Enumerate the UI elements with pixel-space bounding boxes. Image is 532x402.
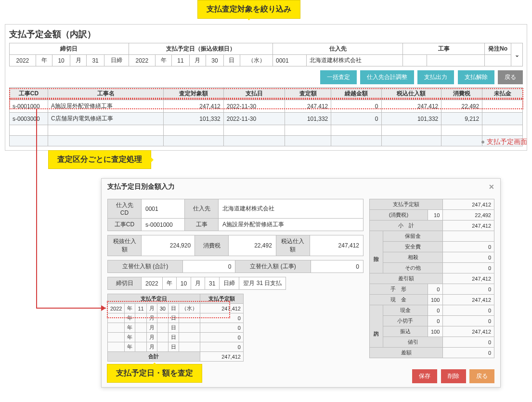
- diff-label: 差引額: [370, 273, 443, 284]
- offset-label: 相殺: [383, 252, 443, 263]
- row-target: 247,412: [164, 100, 224, 113]
- check-value: 0: [443, 316, 494, 326]
- construction-cd-input[interactable]: [403, 55, 427, 66]
- col-taxin: 税込仕入額: [381, 88, 441, 100]
- subtotal-label: 小 計: [370, 220, 443, 231]
- col-cd: 工事CD: [10, 88, 48, 100]
- col-amount: 査定額: [285, 88, 331, 100]
- discount-label: 値引: [383, 337, 443, 348]
- discount-value: 0: [443, 337, 494, 348]
- pay-day-input[interactable]: 30: [206, 55, 223, 66]
- payment-output-button[interactable]: 支払出力: [417, 70, 454, 84]
- amount-info-table: 税抜仕入額 224,920 消費税 22,492 税込仕入額 247,412: [107, 235, 363, 256]
- filter-hdr-supplier: 仕入先: [273, 43, 403, 55]
- deadline-month-input[interactable]: 10: [52, 55, 70, 66]
- sched-row-empty[interactable]: 年月日0: [108, 323, 244, 333]
- month-label: 月: [70, 55, 87, 66]
- sched-row-empty[interactable]: 年月日0: [108, 333, 244, 342]
- delete-button[interactable]: 削除: [441, 369, 466, 383]
- supplier-cd-value: 0001: [142, 199, 185, 219]
- row-unpaid: [482, 113, 523, 125]
- filter-hdr-orderno: 発注No: [485, 43, 511, 55]
- pay-rule: 翌月 31 日支払: [239, 277, 286, 290]
- dialog-back-button[interactable]: 戻る: [469, 369, 494, 383]
- col-carry: 繰越金額: [331, 88, 381, 100]
- row-unpaid: [482, 100, 523, 113]
- deadline-day-input[interactable]: 31: [87, 55, 104, 66]
- sched-m-input[interactable]: 11: [135, 304, 146, 313]
- order-no-input[interactable]: [485, 55, 511, 66]
- sched-total-row: 合計 247,412: [108, 352, 244, 362]
- bill-pct: 0: [428, 284, 442, 295]
- check-label: 小切手: [383, 316, 428, 326]
- sched-row-empty[interactable]: 年月日0: [108, 313, 244, 323]
- row-tax: 9,212: [441, 113, 482, 125]
- sched-amount-input[interactable]: 247,412: [200, 304, 243, 313]
- ml: 月: [191, 277, 205, 290]
- close-icon[interactable]: ✕: [489, 183, 494, 191]
- check-pct: 0: [428, 316, 442, 326]
- supplier-name: 北海道建材株式会社: [307, 55, 403, 66]
- planned-label: 支払予定額: [370, 199, 443, 210]
- sched-row-1[interactable]: 2022 年 11 月 30 日 （水） 247,412: [108, 304, 244, 313]
- advance-const-label: 立替仕入額 (工事): [235, 260, 311, 273]
- supplier-cd-input[interactable]: 0001: [273, 55, 307, 66]
- sched-d-input[interactable]: 30: [157, 304, 168, 313]
- year-label: 年: [36, 55, 52, 66]
- col-tax: 消費税: [441, 88, 482, 100]
- sched-row-empty[interactable]: 年月日0: [108, 342, 244, 352]
- pay-month-input[interactable]: 11: [172, 55, 189, 66]
- retain-value: [443, 231, 494, 242]
- action-bar: 一括査定 仕入先合計調整 支払出力 支払解除 戻る: [9, 70, 523, 84]
- sched-w: （水）: [179, 304, 200, 313]
- cash2-value: 0: [443, 305, 494, 316]
- tax-value: 22,492: [229, 235, 276, 256]
- yl: 年: [125, 304, 135, 313]
- cash-pct: 100: [428, 295, 442, 305]
- deadline-year-input[interactable]: 2022: [10, 55, 36, 66]
- deadline-label: 締切日: [108, 277, 142, 290]
- tax-value: 22,492: [443, 210, 494, 220]
- row-amount: 101,332: [285, 113, 331, 125]
- ml: 月: [146, 304, 157, 313]
- supplier-value: 北海道建材株式会社: [219, 199, 363, 219]
- cash-value: 247,412: [443, 295, 494, 305]
- supplier-adjust-button[interactable]: 仕入先合計調整: [360, 70, 414, 84]
- const-value: A施設屋外配管修繕工事: [219, 219, 363, 231]
- sched-amount-hdr: 支払予定額: [200, 294, 243, 304]
- payment-release-button[interactable]: 支払解除: [458, 70, 494, 84]
- bulk-assess-button[interactable]: 一括査定: [320, 70, 357, 84]
- inctax-label: 税込仕入額: [276, 235, 310, 256]
- col-date: 支払日: [223, 88, 285, 100]
- subtotal-value: 247,412: [443, 220, 494, 231]
- cash-label: 現 金: [370, 295, 428, 305]
- row-taxin: 101,332: [381, 113, 441, 125]
- month-label: 月: [189, 55, 206, 66]
- row-date: 2022-11-30: [223, 113, 285, 125]
- connector-arrow: [35, 109, 112, 313]
- cash2-pct: 0: [428, 305, 442, 316]
- const-label: 工事: [185, 219, 219, 231]
- deadline-y: 2022: [142, 277, 163, 290]
- advance-total-label: 立替仕入額 (合計): [108, 260, 183, 273]
- back-button[interactable]: 戻る: [498, 70, 523, 84]
- day-label: 日: [223, 55, 240, 66]
- row-target: 101,332: [164, 113, 224, 125]
- expand-toggle[interactable]: ⌄: [511, 43, 523, 66]
- other-value: 0: [443, 263, 494, 273]
- deadline-info-table: 締切日 2022 年 10 月 31 日締 翌月 31 日支払: [107, 277, 286, 290]
- const-cd-label: 工事CD: [108, 219, 142, 231]
- save-button[interactable]: 保存: [412, 369, 437, 383]
- advance-info-table: 立替仕入額 (合計) 0 立替仕入額 (工事) 0: [107, 260, 363, 273]
- bill-label: 手 形: [370, 284, 428, 295]
- dl: 日締: [220, 277, 239, 290]
- transfer-label: 振込: [383, 326, 428, 337]
- total-value: 247,412: [200, 352, 243, 362]
- screen-caption: 支払予定画面: [481, 138, 527, 146]
- pay-year-input[interactable]: 2022: [129, 55, 155, 66]
- row-taxin: 247,412: [381, 100, 441, 113]
- other-label: その他: [383, 263, 443, 273]
- row-amount: 247,412: [285, 100, 331, 113]
- const-cd-value: s-0001000: [142, 219, 185, 231]
- balance-value: 0: [443, 348, 494, 358]
